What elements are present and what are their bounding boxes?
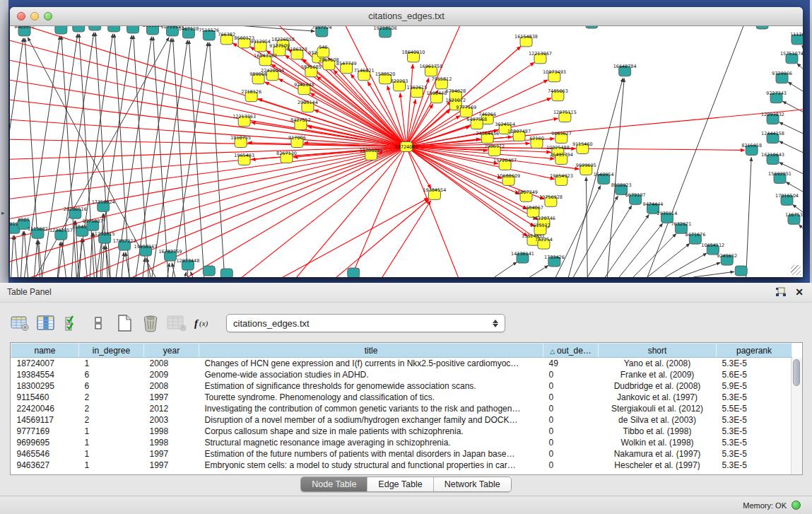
cell-name[interactable]: 9699695 [11, 437, 79, 448]
cell-year[interactable]: 2012 [144, 403, 199, 414]
graph-node[interactable]: 1965493 [234, 153, 254, 165]
graph-edge[interactable] [172, 42, 208, 277]
column-header-title[interactable]: title [199, 344, 543, 358]
cell-short[interactable]: Dudbridge et al. (2008) [599, 380, 717, 392]
graph-node[interactable]: 8186328 [287, 47, 307, 59]
cell-short[interactable]: Hescheler et al. (1997) [599, 460, 717, 471]
network-table-select[interactable]: citations_edges.txt [226, 314, 505, 332]
graph-edge[interactable] [21, 231, 23, 277]
cell-short[interactable]: Wolkin et al. (1998) [599, 437, 717, 448]
graph-node[interactable]: 546 [317, 45, 329, 57]
column-header-year[interactable]: year [144, 344, 199, 358]
graph-node[interactable]: 6966160 [143, 26, 163, 35]
graph-edge[interactable] [587, 206, 632, 277]
graph-edge[interactable] [90, 233, 92, 277]
table-scrollbar-thumb[interactable] [793, 359, 800, 386]
graph-node[interactable]: 5875685 [301, 64, 322, 76]
cell-title[interactable]: Estimation of significance thresholds fo… [199, 380, 543, 392]
column-header-pagerank[interactable]: pagerank [717, 344, 792, 358]
graph-node[interactable]: 12975115 [553, 110, 577, 122]
cell-out_degree[interactable]: 0 [543, 414, 599, 426]
network-window-titlebar[interactable]: citations_edges.txt [10, 7, 803, 26]
cell-short[interactable]: Stergiakouli et al. (2012) [599, 403, 717, 414]
graph-edge[interactable] [400, 93, 406, 147]
tab-edge-table[interactable]: Edge Table [367, 477, 433, 491]
graph-edge[interactable] [665, 253, 707, 277]
graph-node[interactable]: 1362615 [407, 85, 428, 97]
cell-year[interactable]: 1997 [144, 460, 199, 471]
cell-year[interactable]: 1998 [144, 437, 199, 448]
cell-name[interactable]: 9777169 [11, 426, 79, 437]
graph-edge[interactable] [11, 235, 13, 277]
network-graph[interactable]: 9405572206914061065324715276026966160107… [10, 26, 803, 277]
graph-node[interactable]: 15751074 [780, 51, 803, 63]
graph-node[interactable] [89, 26, 101, 30]
cell-out_degree[interactable]: 0 [543, 426, 599, 437]
graph-node[interactable]: 10653247 [102, 26, 126, 32]
graph-edge[interactable] [799, 224, 803, 238]
graph-node[interactable] [73, 26, 85, 32]
graph-node[interactable]: 16154838 [514, 34, 538, 46]
graph-node[interactable]: 18300295 [360, 148, 383, 160]
cell-title[interactable]: Genome-wide association studies in ADHD. [199, 369, 543, 380]
graph-node[interactable]: 26495794 [550, 152, 573, 164]
cell-out_degree[interactable]: 0 [543, 380, 599, 392]
graph-edge[interactable] [102, 245, 104, 277]
cell-pagerank[interactable]: 5.3E-5 [717, 414, 792, 426]
graph-edge[interactable] [185, 272, 187, 277]
cell-short[interactable]: de Silva et al. (2003) [599, 414, 717, 426]
cell-name[interactable]: 19384554 [11, 369, 79, 380]
rows-icon[interactable] [88, 314, 108, 332]
graph-edge[interactable] [10, 38, 23, 277]
graph-node[interactable]: 19654923 [550, 173, 573, 185]
memory-status-indicator-icon[interactable] [792, 501, 801, 510]
network-canvas[interactable]: 9405572206914061065324715276026966160107… [10, 26, 803, 277]
cell-name[interactable]: 22420046 [11, 403, 79, 414]
graph-node[interactable]: 917006 [288, 135, 306, 147]
graph-edge[interactable] [406, 110, 450, 146]
cell-out_degree[interactable]: 0 [543, 448, 599, 460]
graph-node[interactable] [220, 269, 233, 277]
select-all-icon[interactable] [62, 314, 82, 332]
table-row[interactable]: 977716911998Corpus callosum shape and si… [11, 426, 792, 437]
cell-name[interactable]: 9463627 [11, 460, 79, 471]
cell-year[interactable]: 1997 [144, 392, 199, 403]
cell-in_degree[interactable]: 6 [79, 380, 144, 392]
graph-node[interactable]: 18640910 [402, 49, 425, 62]
graph-node[interactable]: 9245652 [717, 253, 737, 265]
cell-short[interactable]: Jankovic et al. (1997) [599, 392, 717, 403]
delete-table-icon[interactable] [141, 314, 160, 332]
graph-node[interactable]: 7146821 [354, 68, 375, 80]
graph-node[interactable]: 9463627 [551, 131, 572, 143]
graph-node[interactable]: 17359924 [92, 199, 115, 211]
graph-edge[interactable] [34, 240, 37, 277]
cell-pagerank[interactable]: 5.3E-5 [717, 358, 792, 369]
cell-title[interactable]: Changes of HCN gene expression and I(f) … [199, 358, 543, 369]
graph-edge[interactable] [209, 42, 224, 277]
graph-node[interactable]: 17016504 [775, 193, 799, 205]
graph-node[interactable]: 16648784 [613, 64, 637, 76]
graph-node[interactable]: 12923448 [176, 258, 199, 270]
graph-node[interactable]: 989066 [249, 71, 267, 83]
graph-node[interactable]: 16053809 [751, 26, 774, 29]
graph-node[interactable]: 8215958 [741, 143, 762, 155]
graph-node[interactable]: 17957223 [113, 238, 136, 250]
graph-edge[interactable] [265, 147, 406, 277]
graph-edge[interactable] [679, 262, 720, 277]
column-header-out_degree[interactable]: △out_de… [543, 344, 599, 358]
graph-node[interactable]: 10688609 [497, 173, 520, 185]
cell-out_degree[interactable]: 0 [543, 403, 599, 414]
graph-node[interactable]: 10973493 [543, 69, 566, 81]
graph-edge[interactable] [143, 258, 145, 277]
graph-edge[interactable] [173, 38, 188, 277]
cell-short[interactable]: Yano et al. (2008) [599, 358, 717, 369]
cell-pagerank[interactable]: 5.6E-5 [717, 369, 792, 380]
graph-node[interactable]: 12444158 [761, 131, 784, 143]
graph-node[interactable]: 12213363 [233, 114, 256, 126]
graph-node[interactable]: 9115460 [572, 141, 593, 153]
graph-edge[interactable] [746, 157, 752, 277]
cell-name[interactable]: 14569117 [11, 414, 79, 426]
table-row[interactable]: 1938455462009Genome-wide association stu… [11, 369, 792, 380]
cell-pagerank[interactable]: 5.3E-5 [717, 460, 792, 471]
cell-pagerank[interactable]: 5.9E-5 [717, 380, 792, 392]
